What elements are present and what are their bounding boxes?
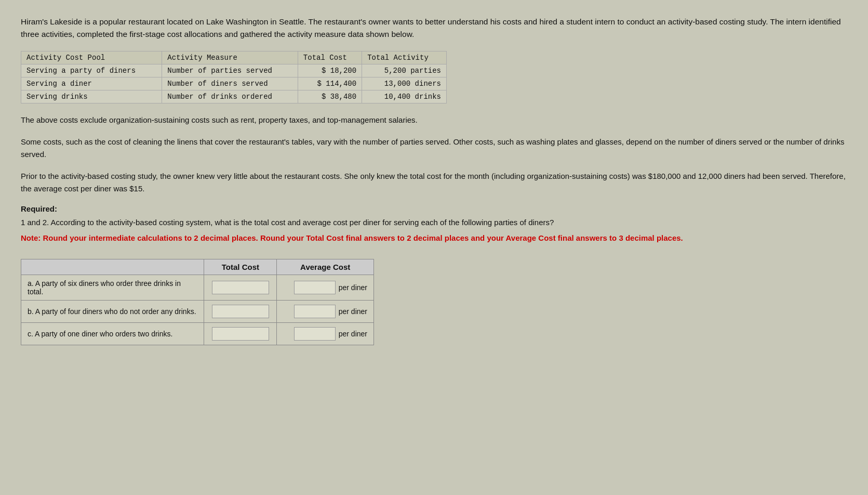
table-row: Serving drinks Number of drinks ordered … bbox=[21, 90, 447, 103]
activity-table: Activity Cost Pool Activity Measure Tota… bbox=[21, 51, 447, 103]
row1-col1: Serving a party of diners bbox=[21, 64, 162, 77]
answer-row-a-label: a. A party of six diners who order three… bbox=[21, 275, 204, 300]
answer-row-b-avg-cost-input[interactable] bbox=[294, 305, 336, 318]
body-text-2: Some costs, such as the cost of cleaning… bbox=[21, 136, 847, 161]
row2-col1: Serving a diner bbox=[21, 77, 162, 90]
answer-row-c-total-cost-input[interactable] bbox=[212, 327, 269, 341]
required-text: 1 and 2. According to the activity-based… bbox=[21, 216, 847, 228]
row2-col3: $ 114,400 bbox=[298, 77, 362, 90]
body-text-3: Prior to the activity-based costing stud… bbox=[21, 170, 847, 195]
answer-row-c-avg-cost-input[interactable] bbox=[294, 327, 336, 341]
row2-col2: Number of diners served bbox=[162, 77, 298, 90]
total-activity-header: Total Activity bbox=[362, 51, 447, 64]
body-text-1: The above costs exclude organization-sus… bbox=[21, 114, 847, 126]
activity-cost-pool-header: Activity Cost Pool bbox=[21, 51, 162, 64]
answer-row-c-per-diner-label: per diner bbox=[336, 330, 367, 338]
answer-row-a-avg-cost-input[interactable] bbox=[294, 281, 336, 294]
answer-row-b-avg-cost-cell: per diner bbox=[277, 300, 374, 322]
answer-row-c: c. A party of one diner who orders two d… bbox=[21, 322, 374, 345]
answer-row-b-total-cost-cell bbox=[204, 300, 277, 322]
answer-table: Total Cost Average Cost a. A party of si… bbox=[21, 259, 374, 345]
required-label: Required: bbox=[21, 204, 847, 213]
total-cost-header: Total Cost bbox=[298, 51, 362, 64]
row1-col2: Number of parties served bbox=[162, 64, 298, 77]
note-text: Note: Round your intermediate calculatio… bbox=[21, 232, 847, 244]
row1-col4: 5,200 parties bbox=[362, 64, 447, 77]
answer-row-a-avg-cost-cell: per diner bbox=[277, 275, 374, 300]
table-row: Serving a party of diners Number of part… bbox=[21, 64, 447, 77]
answer-table-avg-cost-header: Average Cost bbox=[277, 259, 374, 275]
answer-row-a-per-diner-label: per diner bbox=[336, 283, 367, 292]
answer-row-a: a. A party of six diners who order three… bbox=[21, 275, 374, 300]
answer-table-total-cost-header: Total Cost bbox=[204, 259, 277, 275]
table-row: Serving a diner Number of diners served … bbox=[21, 77, 447, 90]
answer-row-c-total-cost-cell bbox=[204, 322, 277, 345]
answer-row-a-total-cost-input[interactable] bbox=[212, 281, 269, 294]
row3-col4: 10,400 drinks bbox=[362, 90, 447, 103]
answer-row-c-label: c. A party of one diner who orders two d… bbox=[21, 322, 204, 345]
row1-col3: $ 18,200 bbox=[298, 64, 362, 77]
answer-row-b-label: b. A party of four diners who do not ord… bbox=[21, 300, 204, 322]
answer-row-b: b. A party of four diners who do not ord… bbox=[21, 300, 374, 322]
answer-row-b-total-cost-input[interactable] bbox=[212, 305, 269, 318]
activity-measure-header: Activity Measure bbox=[162, 51, 298, 64]
row3-col3: $ 38,480 bbox=[298, 90, 362, 103]
answer-row-a-total-cost-cell bbox=[204, 275, 277, 300]
row3-col1: Serving drinks bbox=[21, 90, 162, 103]
intro-paragraph: Hiram's Lakeside is a popular restaurant… bbox=[21, 16, 847, 41]
row3-col2: Number of drinks ordered bbox=[162, 90, 298, 103]
answer-row-c-avg-cost-cell: per diner bbox=[277, 322, 374, 345]
answer-row-b-per-diner-label: per diner bbox=[336, 307, 367, 316]
row2-col4: 13,000 diners bbox=[362, 77, 447, 90]
answer-table-empty-header bbox=[21, 259, 204, 275]
